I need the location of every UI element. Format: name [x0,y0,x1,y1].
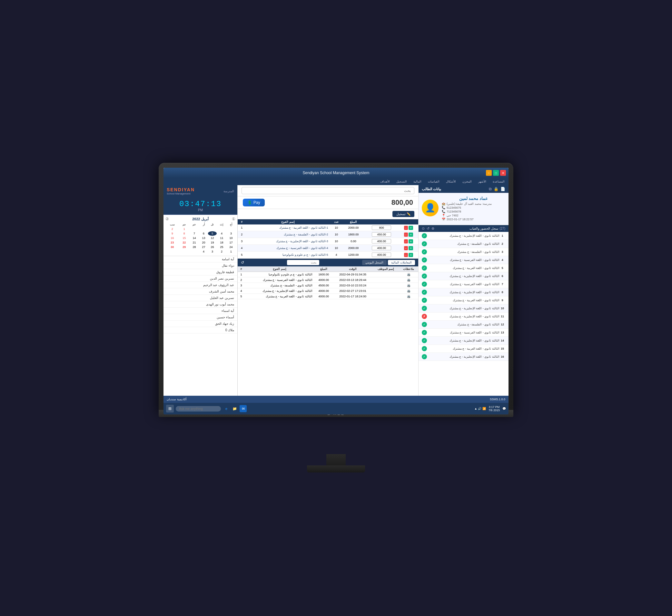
cal-day[interactable]: 25 [217,245,227,249]
fee-amount-input[interactable] [372,239,391,243]
cal-day[interactable] [165,249,179,254]
cal-day[interactable]: 1 [227,249,235,254]
cal-day[interactable]: 2 [165,227,179,231]
cal-day[interactable]: 2 [217,249,227,254]
transactions-search-input[interactable] [287,260,319,265]
cal-day[interactable]: 29 [179,245,189,249]
menu-months[interactable]: الأشهر [477,179,488,184]
menu-goals[interactable]: الأهداف [379,179,391,184]
cal-day[interactable]: 27 [199,245,208,249]
menu-shapes[interactable]: الأشكال [445,179,457,184]
fee-minus-button[interactable]: - [404,246,408,250]
student-item[interactable]: قطيفة فاروق [163,269,237,275]
filter-icon[interactable]: ⊛ [431,226,434,231]
cal-today[interactable]: 5 [208,231,217,236]
fee-amount-input[interactable] [372,225,391,230]
cal-prev[interactable]: ① [232,217,235,221]
taskbar-mail-icon[interactable]: ✉ [240,405,247,412]
cal-day[interactable]: 14 [189,236,199,240]
cal-day[interactable] [227,227,235,231]
print-icon[interactable]: 🖨️ [407,289,410,293]
maximize-button[interactable]: □ [493,170,499,176]
cal-day[interactable]: 18 [217,240,227,245]
cal-day[interactable]: 16 [165,236,179,240]
expand-icon[interactable]: ⊙ [422,226,425,231]
cal-day[interactable]: 4 [199,249,208,254]
fee-plus-button[interactable]: + [409,253,413,257]
cal-day[interactable]: 13 [199,236,208,240]
student-item[interactable]: نسرين نصر الدين [163,275,237,282]
taskbar-search-input[interactable] [176,406,221,412]
fee-minus-button[interactable]: - [404,226,408,230]
fee-plus-button[interactable]: + [409,239,413,243]
cal-day[interactable] [208,227,217,231]
cal-day[interactable]: 15 [179,236,189,240]
lock-icon[interactable]: 🔒 [494,187,499,191]
cal-day[interactable]: 28 [189,245,199,249]
cal-day[interactable]: 22 [179,240,189,245]
print-icon[interactable]: 🖨️ [407,273,410,276]
tab-financial[interactable]: المعاملات المالية [388,260,415,265]
close-button[interactable]: ✕ [500,170,506,176]
cal-day[interactable]: 3 [227,231,235,236]
cal-day[interactable]: 4 [217,231,227,236]
cal-day[interactable] [199,227,208,231]
menu-help[interactable]: المساعدة [491,179,506,184]
cal-day[interactable]: 8 [179,231,189,236]
fee-plus-button[interactable]: + [409,233,413,237]
fee-plus-button[interactable]: + [409,226,413,230]
fee-amount-input[interactable] [372,232,391,237]
student-item[interactable]: محمد أمين الشرف [163,288,237,295]
cal-day[interactable] [189,249,199,254]
cal-day[interactable] [217,227,227,231]
student-item[interactable]: ملاك 0 [163,327,237,333]
student-item[interactable]: أسماء حسين [163,314,237,321]
student-item[interactable]: نسرين عبد الجليل [163,295,237,301]
taskbar-ie-icon[interactable]: e [223,405,230,412]
menu-register[interactable]: التسجيل [395,179,408,184]
student-item[interactable]: دواء نقال [163,263,237,269]
main-search-input[interactable] [242,187,414,194]
fee-minus-button[interactable]: - [404,233,408,237]
fee-amount-input[interactable] [372,253,391,257]
cal-day[interactable]: 17 [227,240,235,245]
copy-icon[interactable]: ⧉ [489,187,492,191]
cal-day[interactable]: 10 [227,236,235,240]
cal-day[interactable]: 6 [199,231,208,236]
student-item[interactable]: آية اسماء [163,308,237,314]
cal-day[interactable]: 19 [208,240,217,245]
minimize-button[interactable]: − [486,170,492,176]
cal-day[interactable]: 3 [208,249,217,254]
cal-day[interactable]: 24 [227,245,235,249]
cal-day[interactable]: 30 [165,245,179,249]
cal-day[interactable]: 7 [189,231,199,236]
refresh-icon[interactable]: ↺ [241,260,244,265]
doc-icon[interactable]: 📄 [500,187,505,191]
taskbar-folder-icon[interactable]: 📁 [231,405,238,412]
fee-minus-button[interactable]: - [404,239,408,243]
menu-measures[interactable]: القياسات [427,179,441,184]
refresh-attend-icon[interactable]: ↺ [427,226,430,231]
print-icon[interactable]: 🖨️ [407,278,410,282]
fee-amount-input[interactable] [372,246,391,250]
cal-day[interactable]: 9 [165,231,179,236]
cal-day[interactable]: 11 [217,236,227,240]
cal-day[interactable]: 26 [208,245,217,249]
menu-finance[interactable]: المالية [412,179,423,184]
cal-day[interactable] [189,227,199,231]
student-item[interactable]: عبد الرؤوف عبد الرحيم [163,282,237,288]
fee-minus-button[interactable]: - [404,253,408,257]
cal-day[interactable]: 20 [199,240,208,245]
tab-daily[interactable]: السجل اليومي [362,260,387,265]
cal-day[interactable]: 12 [208,236,217,240]
cal-next[interactable]: ② [165,217,169,221]
pay-button[interactable]: 💲 Pay [243,199,265,206]
notification-icon[interactable]: 💬 [502,407,506,410]
fee-plus-button[interactable]: + [409,246,413,250]
print-icon[interactable]: 🖨️ [407,295,410,298]
cal-day[interactable]: 23 [165,240,179,245]
print-icon[interactable]: 🖨️ [407,284,410,287]
register-button[interactable]: ✏️ تسجيل [392,211,414,217]
student-item[interactable]: آية اسامة [163,256,237,263]
menu-storage[interactable]: المخزن [461,179,473,184]
